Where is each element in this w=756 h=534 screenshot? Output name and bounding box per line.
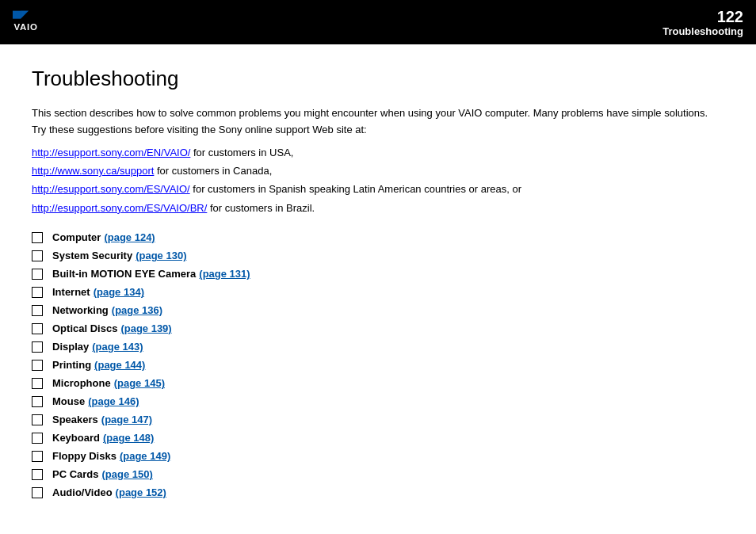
menu-item-page-link[interactable]: (page 134)	[94, 286, 144, 298]
link-suffix-3: for customers in Spanish speaking Latin …	[190, 183, 521, 195]
menu-item: Optical Discs(page 139)	[32, 322, 724, 334]
menu-item: Mouse(page 146)	[32, 395, 724, 407]
menu-item-page-link[interactable]: (page 124)	[104, 231, 155, 243]
support-links: http://esupport.sony.com/EN/VAIO/ for cu…	[32, 143, 724, 218]
checkbox-icon	[32, 487, 43, 498]
menu-item-label: Audio/Video	[52, 486, 113, 498]
troubleshooting-menu: Computer(page 124)System Security(page 1…	[32, 231, 724, 498]
menu-item-label: Display	[52, 341, 89, 353]
checkbox-icon	[32, 287, 43, 298]
menu-item-page-link[interactable]: (page 149)	[120, 450, 170, 462]
menu-item-label: Built-in MOTION EYE Camera	[52, 268, 196, 280]
menu-item-page-link[interactable]: (page 148)	[103, 432, 154, 444]
menu-item-page-link[interactable]: (page 144)	[94, 359, 145, 371]
checkbox-icon	[32, 378, 43, 389]
page-title: Troubleshooting	[32, 67, 724, 91]
menu-item-page-link[interactable]: (page 131)	[199, 268, 250, 280]
header-page-info: 122 Troubleshooting	[662, 8, 743, 37]
menu-item: Speakers(page 147)	[32, 414, 724, 425]
checkbox-icon	[32, 414, 43, 425]
menu-item-page-link[interactable]: (page 145)	[114, 377, 165, 389]
menu-item-page-link[interactable]: (page 147)	[101, 414, 152, 425]
link-es-vaio[interactable]: http://esupport.sony.com/ES/VAIO/	[32, 183, 190, 195]
checkbox-icon	[32, 360, 43, 371]
menu-item: System Security(page 130)	[32, 250, 724, 261]
link-ca-support[interactable]: http://www.sony.ca/support	[32, 165, 154, 177]
svg-marker-0	[13, 11, 21, 19]
menu-item: Built-in MOTION EYE Camera(page 131)	[32, 268, 724, 280]
menu-item-page-link[interactable]: (page 146)	[88, 395, 139, 407]
page-number: 122	[662, 8, 743, 25]
link-suffix-1: for customers in USA,	[190, 147, 293, 158]
menu-item-label: System Security	[52, 250, 132, 261]
menu-item: Internet(page 134)	[32, 286, 724, 298]
menu-item: Networking(page 136)	[32, 304, 724, 316]
main-content: Troubleshooting This section describes h…	[0, 44, 756, 528]
menu-item-label: Printing	[52, 359, 91, 371]
checkbox-icon	[32, 232, 43, 243]
menu-item-page-link[interactable]: (page 136)	[112, 304, 162, 316]
menu-item-label: PC Cards	[52, 468, 99, 480]
page-section-label: Troubleshooting	[662, 25, 743, 37]
menu-item: Keyboard(page 148)	[32, 432, 724, 444]
checkbox-icon	[32, 269, 43, 280]
checkbox-icon	[32, 323, 43, 334]
menu-item-page-link[interactable]: (page 152)	[116, 486, 166, 498]
intro-paragraph: This section describes how to solve comm…	[32, 105, 724, 139]
svg-text:VAIO: VAIO	[13, 22, 37, 32]
checkbox-icon	[32, 396, 43, 407]
checkbox-icon	[32, 451, 43, 462]
menu-item-label: Floppy Disks	[52, 450, 116, 462]
menu-item: Computer(page 124)	[32, 231, 724, 243]
menu-item: Printing(page 144)	[32, 359, 724, 371]
menu-item-label: Keyboard	[52, 432, 100, 444]
menu-item: Floppy Disks(page 149)	[32, 450, 724, 462]
vaio-logo-svg: VAIO	[13, 8, 41, 36]
menu-item: Audio/Video(page 152)	[32, 486, 724, 498]
menu-item-label: Optical Discs	[52, 322, 117, 334]
menu-item-label: Networking	[52, 304, 109, 316]
vaio-logo: VAIO	[13, 8, 48, 36]
menu-item-page-link[interactable]: (page 150)	[102, 468, 153, 480]
checkbox-icon	[32, 305, 43, 316]
menu-item-label: Microphone	[52, 377, 111, 389]
menu-item-page-link[interactable]: (page 139)	[120, 322, 171, 334]
menu-item-label: Speakers	[52, 414, 98, 425]
checkbox-icon	[32, 341, 43, 353]
header: VAIO 122 Troubleshooting	[0, 0, 756, 44]
menu-item-page-link[interactable]: (page 130)	[136, 250, 186, 261]
link-suffix-4: for customers in Brazil.	[207, 202, 315, 214]
checkbox-icon	[32, 433, 43, 444]
menu-item: Microphone(page 145)	[32, 377, 724, 389]
menu-item-label: Computer	[52, 231, 101, 243]
svg-marker-1	[21, 11, 29, 19]
menu-item: Display(page 143)	[32, 341, 724, 353]
checkbox-icon	[32, 250, 43, 261]
menu-item-label: Internet	[52, 286, 90, 298]
menu-item-page-link[interactable]: (page 143)	[92, 341, 143, 353]
checkbox-icon	[32, 469, 43, 480]
menu-item-label: Mouse	[52, 395, 85, 407]
link-en-vaio[interactable]: http://esupport.sony.com/EN/VAIO/	[32, 147, 190, 158]
link-es-vaio-br[interactable]: http://esupport.sony.com/ES/VAIO/BR/	[32, 202, 207, 214]
link-suffix-2: for customers in Canada,	[154, 165, 272, 177]
menu-item: PC Cards(page 150)	[32, 468, 724, 480]
